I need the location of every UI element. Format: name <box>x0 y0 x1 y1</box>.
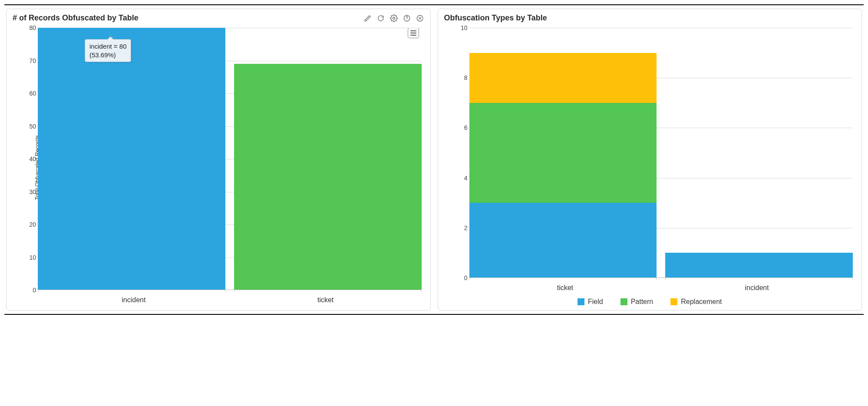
chart-legend: Field Pattern Replacement <box>438 295 862 310</box>
refresh-icon[interactable] <box>376 14 385 23</box>
bar-segment-field[interactable] <box>665 253 853 278</box>
y-tick-label: 20 <box>21 221 36 228</box>
panel-header: # of Records Obfuscated by Table <box>7 9 430 25</box>
y-tick-label: 4 <box>453 175 468 182</box>
y-tick-label: 70 <box>21 57 36 64</box>
bar-ticket[interactable] <box>469 28 657 278</box>
y-tick-label: 60 <box>21 90 36 97</box>
legend-item-pattern[interactable]: Pattern <box>620 298 653 306</box>
close-icon[interactable] <box>416 14 424 23</box>
bar-incident[interactable] <box>38 28 225 290</box>
x-axis-label: ticket <box>469 284 661 292</box>
panel-records-obfuscated: # of Records Obfuscated by Table <box>6 9 431 310</box>
bar-segment-field[interactable] <box>469 203 657 278</box>
y-tick-label: 0 <box>21 287 36 294</box>
legend-swatch <box>670 298 677 305</box>
bar-segment-pattern[interactable] <box>469 103 657 203</box>
svg-point-0 <box>393 17 395 19</box>
y-tick-label: 30 <box>21 188 36 195</box>
svg-point-2 <box>406 20 407 20</box>
bar-ticket[interactable] <box>234 28 422 290</box>
tooltip-line1: incident = 80 <box>89 43 126 50</box>
y-tick-label: 80 <box>21 24 36 31</box>
legend-label: Pattern <box>631 298 653 306</box>
panel-title: Obfuscation Types by Table <box>444 13 547 23</box>
y-tick-label: 2 <box>453 224 468 231</box>
panel-header: Obfuscation Types by Table <box>438 9 862 25</box>
y-tick-label: 10 <box>453 24 468 31</box>
y-tick-label: 6 <box>453 124 468 131</box>
edit-icon[interactable] <box>363 14 372 23</box>
chart-right: PSP Data Obfuscation Count 0246810 ticke… <box>438 25 862 295</box>
help-icon[interactable] <box>403 14 411 23</box>
tooltip-line2: (53.69%) <box>89 51 116 59</box>
legend-item-field[interactable]: Field <box>578 298 603 306</box>
y-tick-label: 0 <box>453 274 468 281</box>
x-axis-label: incident <box>38 296 230 304</box>
legend-label: Field <box>588 298 603 306</box>
legend-item-replacement[interactable]: Replacement <box>670 298 722 306</box>
bar-segment-replacement[interactable] <box>469 53 657 103</box>
panel-actions <box>363 14 424 23</box>
x-axis-label: incident <box>661 284 853 292</box>
plot-area: 01020304050607080 incidentticket <box>38 28 422 290</box>
dashboard: # of Records Obfuscated by Table <box>4 4 864 315</box>
legend-label: Replacement <box>681 298 722 306</box>
y-tick-label: 10 <box>21 254 36 261</box>
plot-area: 0246810 ticketincident <box>469 28 853 278</box>
legend-swatch <box>578 298 584 305</box>
panel-title: # of Records Obfuscated by Table <box>13 13 139 23</box>
legend-swatch <box>620 298 627 305</box>
bar-incident[interactable] <box>665 28 853 278</box>
y-tick-label: 40 <box>21 155 36 162</box>
y-tick-label: 8 <box>453 74 468 81</box>
x-axis-label: ticket <box>230 296 422 304</box>
gear-icon[interactable] <box>389 14 398 23</box>
chart-left: Total Obfuscated Records 010203040506070… <box>7 25 430 310</box>
chart-tooltip: incident = 80 (53.69%) <box>85 39 131 62</box>
y-tick-label: 50 <box>21 123 36 130</box>
panel-obfuscation-types: Obfuscation Types by Table PSP Data Obfu… <box>438 9 862 310</box>
